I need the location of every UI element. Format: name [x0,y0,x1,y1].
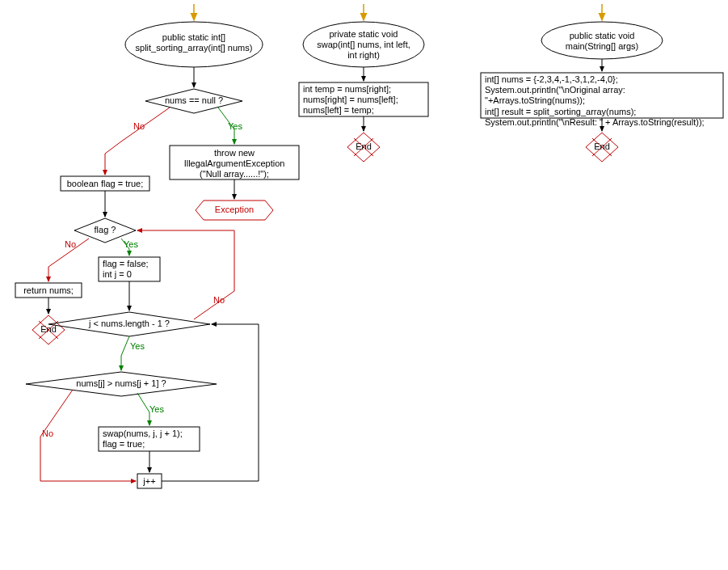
svg-point-23 [303,22,424,67]
svg-marker-17 [48,312,210,336]
svg-point-31 [541,22,663,59]
svg-marker-3 [145,89,242,113]
svg-rect-4 [170,146,299,179]
svg-rect-10 [15,283,82,298]
svg-point-1 [125,22,263,67]
edge-yes: Yes [228,121,242,131]
svg-rect-15 [99,257,160,281]
svg-rect-25 [299,82,428,116]
flowchart-canvas [0,0,728,570]
svg-rect-33 [481,73,723,118]
edge-yes: Yes [149,404,164,414]
edge-no: No [213,295,225,305]
svg-rect-19 [99,427,200,451]
svg-marker-18 [26,372,217,396]
edge-yes: Yes [124,239,138,249]
edge-no: No [133,121,145,131]
svg-rect-7 [61,176,149,191]
svg-rect-21 [137,474,162,488]
edge-no: No [65,239,76,249]
edge-no: No [42,429,53,438]
svg-marker-6 [196,201,273,220]
edge-yes: Yes [130,341,145,351]
